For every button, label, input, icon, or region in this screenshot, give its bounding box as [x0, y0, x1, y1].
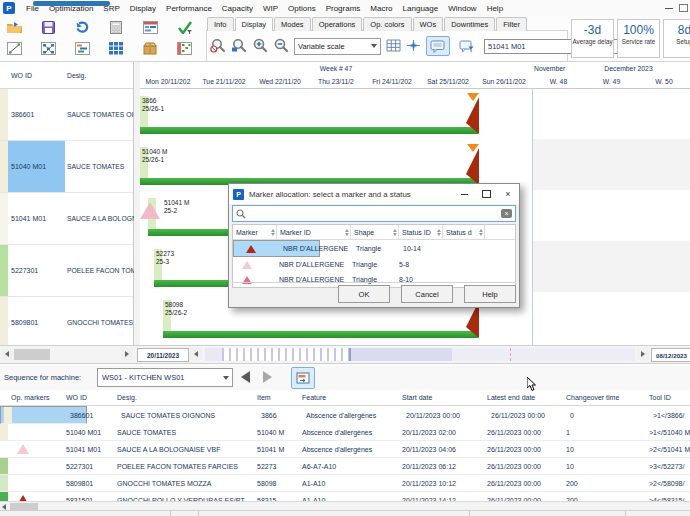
desig-cell[interactable]: GNOCCHI TOMATES MOZZA — [65, 297, 138, 348]
wo-id-cell[interactable]: 51041 M01 — [8, 193, 65, 244]
dialog-col-shape[interactable]: Shape — [351, 225, 399, 239]
dialog-maximize-button[interactable] — [475, 185, 497, 203]
menu-window[interactable]: Window — [443, 2, 481, 15]
ops-row-5809801[interactable]: 5809801GNOCCHI TOMATES MOZZA58098A1-A102… — [0, 475, 690, 492]
wo-id-cell[interactable]: 5809801 — [8, 297, 65, 348]
sequence-view-toggle[interactable] — [291, 367, 315, 389]
dialog-close-button[interactable]: × — [497, 185, 519, 203]
desig-cell[interactable]: SAUCE A LA BOLOGNAISE — [65, 193, 138, 244]
gantt-timeline-scrollbar[interactable] — [205, 348, 635, 361]
wo-search-input[interactable] — [484, 39, 584, 54]
wo-row-51041-m01[interactable]: 51041 M01SAUCE A LA BOLOGNAISE — [0, 193, 133, 245]
ops-col-start-date[interactable]: Start date — [399, 390, 484, 405]
schedule-colors-icon[interactable] — [172, 39, 196, 57]
tab-display[interactable]: Display — [235, 17, 274, 31]
open-icon[interactable] — [2, 18, 26, 36]
menu-options[interactable]: Options — [283, 2, 321, 15]
clear-search-button[interactable]: × — [501, 209, 512, 218]
show-labels-toggle[interactable] — [426, 36, 450, 56]
gantt-icon[interactable] — [70, 39, 94, 57]
tab-downtimes[interactable]: Downtimes — [444, 17, 495, 31]
marker-search-box[interactable]: × — [232, 205, 516, 222]
menu-help[interactable]: Help — [482, 2, 508, 15]
machine-select[interactable]: WS01 - KITCHEN WS01 — [97, 368, 233, 387]
wo-id-cell[interactable]: 386601 — [8, 89, 65, 140]
menu-performance[interactable]: Performance — [161, 2, 217, 15]
gantt-scroll-left[interactable] — [190, 348, 202, 360]
tab-info[interactable]: Info — [207, 17, 234, 31]
zoom-region-icon[interactable] — [231, 38, 247, 55]
dialog-col-marker-id[interactable]: Marker ID — [277, 225, 351, 239]
menu-macro[interactable]: Macro — [365, 2, 397, 15]
previous-machine-button[interactable] — [241, 371, 250, 383]
operation-bar[interactable] — [163, 331, 478, 338]
wo-table-scroll-left[interactable] — [1, 348, 13, 360]
wo-row-51040-m01[interactable]: 51040 M01SAUCE TOMATES — [0, 141, 133, 193]
next-machine-button[interactable] — [263, 371, 272, 383]
menu-programs[interactable]: Programs — [321, 2, 366, 15]
ops-row-51041-m01[interactable]: 51041 M01SAUCE A LA BOLOGNAISE VBF51041 … — [0, 441, 690, 458]
menu-wip[interactable]: WIP — [258, 2, 283, 15]
zoom-out-icon[interactable] — [273, 38, 289, 55]
cancel-button[interactable]: Cancel — [401, 285, 453, 303]
scale-select[interactable]: Variable scale — [294, 38, 381, 55]
dialog-minimize-button[interactable] — [453, 185, 475, 203]
help-button[interactable]: Help — [464, 285, 516, 303]
ops-row-5227301[interactable]: 5227301POELEE FACON TOMATES FARCIES52273… — [0, 458, 690, 475]
ops-col-latest-end-date[interactable]: Latest end date — [484, 390, 563, 405]
ops-col-op-markers[interactable]: Op. markers — [8, 390, 63, 405]
ok-button[interactable]: OK — [338, 285, 390, 303]
wo-id-cell[interactable]: 5227301 — [8, 245, 65, 296]
ops-row-51040-m01[interactable]: 51040 M01SAUCE TOMATES51040 MAbscence d'… — [0, 424, 690, 441]
desig-cell[interactable]: SAUCE TOMATES OIGNONS — [65, 89, 138, 140]
ops-col-desig[interactable]: Desig. — [114, 390, 254, 405]
restore-icon[interactable] — [679, 4, 688, 12]
desig-cell[interactable]: SAUCE TOMATES — [65, 141, 138, 192]
crosshair-icon[interactable] — [406, 39, 421, 54]
ops-scroll-left[interactable] — [0, 503, 8, 510]
ops-col-feature[interactable]: Feature — [299, 390, 399, 405]
save-icon[interactable] — [36, 18, 60, 36]
desig-cell[interactable]: POELEE FACON TOMATES — [65, 245, 138, 296]
grid-view-icon[interactable] — [104, 39, 128, 57]
dialog-title-bar[interactable]: P Marker allocation: select a marker and… — [229, 184, 519, 204]
filter-ok-icon[interactable] — [172, 18, 196, 36]
operation-bar[interactable] — [140, 127, 478, 134]
desig-column-header[interactable]: Desig. — [65, 62, 138, 88]
tab-op-colors[interactable]: Op. colors — [363, 17, 411, 31]
wo-id-column-header[interactable]: WO ID — [8, 62, 65, 88]
wo-row-5809801[interactable]: 5809801GNOCCHI TOMATES MOZZA — [0, 297, 133, 349]
wo-table-scroll-thumb[interactable] — [14, 349, 50, 360]
menu-capacity[interactable]: Capacity — [217, 2, 258, 15]
wo-id-cell[interactable]: 51040 M01 — [8, 141, 65, 192]
dialog-col-marker[interactable]: Marker — [233, 225, 277, 239]
calculator-icon[interactable] — [104, 18, 128, 36]
marker-row-10-14[interactable]: NBR D'ALLERGENETriangle10-14 — [233, 240, 320, 257]
zoom-in-icon[interactable] — [252, 38, 268, 55]
marker-row-5-8[interactable]: NBR D'ALLERGENETriangle5-8 — [233, 257, 515, 272]
menu-language[interactable]: Language — [398, 2, 444, 15]
planning-board-icon[interactable] — [138, 18, 162, 36]
ops-col-tool-id[interactable]: Tool ID — [646, 390, 690, 405]
tab-modes[interactable]: Modes — [274, 17, 311, 31]
ops-scroll-thumb[interactable] — [10, 503, 38, 510]
wo-row-5227301[interactable]: 5227301POELEE FACON TOMATES — [0, 245, 133, 297]
dialog-col-status-d[interactable]: Status d — [443, 225, 485, 239]
menu-display[interactable]: Display — [125, 2, 161, 15]
ops-col-item[interactable]: Item — [254, 390, 299, 405]
ops-col-changeover-time[interactable]: Changeover time — [563, 390, 646, 405]
dialog-col-status-id[interactable]: Status ID — [399, 225, 443, 239]
undo-icon[interactable] — [70, 18, 94, 36]
tab-filter[interactable]: Filter — [496, 17, 527, 31]
route-chart-icon[interactable] — [2, 39, 26, 57]
ops-col-wo-id[interactable]: WO ID — [63, 390, 114, 405]
ops-row-386601[interactable]: 386601SAUCE TOMATES OIGNONS3866Abscence … — [0, 406, 87, 424]
wo-table-scroll-right[interactable] — [121, 348, 133, 360]
tab-wos[interactable]: WOs — [413, 17, 444, 31]
minimize-icon[interactable] — [665, 7, 673, 9]
zoom-cancel-icon[interactable] — [210, 38, 226, 55]
gantt-scroll-right[interactable] — [637, 348, 649, 360]
tab-operations[interactable]: Operations — [312, 17, 363, 31]
wo-row-386601[interactable]: 386601SAUCE TOMATES OIGNONS — [0, 89, 133, 141]
allergen-marker-icon[interactable] — [140, 202, 160, 219]
